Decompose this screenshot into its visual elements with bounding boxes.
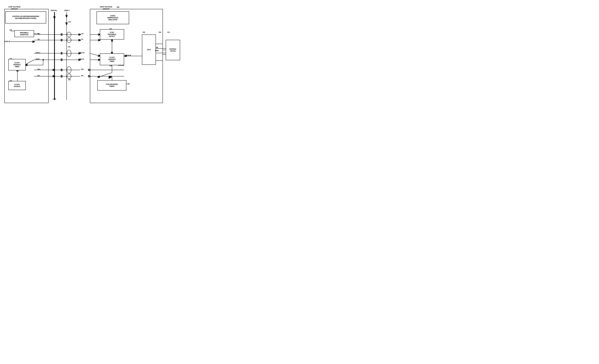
ref-100: —100: [52, 98, 56, 100]
svg-line-40: [26, 60, 34, 64]
ref-104: 104: [159, 31, 161, 33]
svg-point-26: [67, 67, 71, 73]
svg-line-60: [109, 76, 109, 79]
ref-130: 130 →: [9, 80, 14, 82]
rx-minus-left-label: RX-: [37, 75, 40, 77]
synchronized-timing-box: SYNCHRONIZEDTIMING: [97, 80, 126, 90]
3000v-label: 3000 V: [64, 9, 70, 11]
tip-ring-label: TIPRING: [155, 46, 159, 52]
svg-point-62: [67, 32, 71, 37]
iock-plus-left-label: IOCK+: [36, 52, 40, 54]
clock-source-box: CLOCKSOURCE: [8, 81, 26, 90]
svg-point-41: [43, 59, 44, 60]
svg-point-63: [67, 38, 71, 43]
tx-minus-left-label: TX-: [37, 38, 40, 40]
preamble-insertion-box: PREAMBLEINSERTION: [14, 30, 34, 37]
clock-absence-timer-hv-box: CLOCKABSENCETIMER: [100, 53, 124, 65]
tx-plus-left-label: TX+: [37, 33, 40, 35]
ref-113: 113: [167, 31, 170, 33]
rx-plus-left-label: RX+: [37, 68, 41, 70]
controller-box: CONTROLLER (MODEM/ANSWERING MACHINE/SPEA…: [5, 11, 46, 23]
iock-minus-left-label: IOCK-: [36, 58, 40, 60]
ioclk-plus-right-label: IOCLK+: [79, 52, 85, 54]
data-in-lv-label: DATA IN ►: [5, 41, 12, 43]
central-office-box: CENTRALOFFICE: [166, 40, 180, 60]
svg-line-33: [90, 53, 100, 56]
ref-102: 102: [142, 31, 145, 33]
lv-circuit-label: LOW VOLTAGECIRCUIT: [8, 6, 20, 10]
tx-plus-right-label: TX+: [81, 33, 84, 35]
ref-138: 138: [109, 65, 112, 67]
tx-minus-right-label: TX-: [81, 38, 84, 40]
svg-point-84: [43, 59, 44, 60]
ref-142: 142: [109, 75, 112, 77]
ref-118: 118: [68, 79, 71, 81]
svg-point-17: [67, 50, 71, 57]
ref-106: 106: [116, 6, 119, 8]
ref-116: 116: [68, 21, 71, 23]
hv-circuit-label: HIGH VOLTAGECIRCUIT: [100, 6, 112, 10]
ioclk-minus-right-label: IOCLK-: [79, 58, 84, 60]
daa-box: DAA: [142, 35, 156, 65]
circuit-diagram: CONTROLLER (MODEM/ANSWERING MACHINE/SPEA…: [0, 0, 182, 110]
rx-plus-right-label: RX+: [81, 68, 84, 70]
ref-132: 132 →: [9, 58, 14, 60]
svg-point-64: [67, 74, 71, 79]
ref-140: 140: [109, 28, 112, 30]
digital-label: DIGITAL: [51, 9, 57, 11]
ref-134: 134 ←: [9, 29, 14, 31]
rx-minus-right-label: RX-: [81, 75, 84, 77]
sync-preamble-detect-box: SYNCPREAMBLEDETECT: [100, 29, 124, 39]
ref-136: —136: [126, 83, 130, 85]
data-in-hv-label: DATA IN: [125, 54, 131, 56]
codec-box: CODECW/IMPEDANCEEMULATION: [97, 11, 129, 24]
ref-110: 110: [68, 46, 70, 48]
clock-absence-timer-lv-box: CLOCKABSENCETIMER: [8, 59, 26, 70]
